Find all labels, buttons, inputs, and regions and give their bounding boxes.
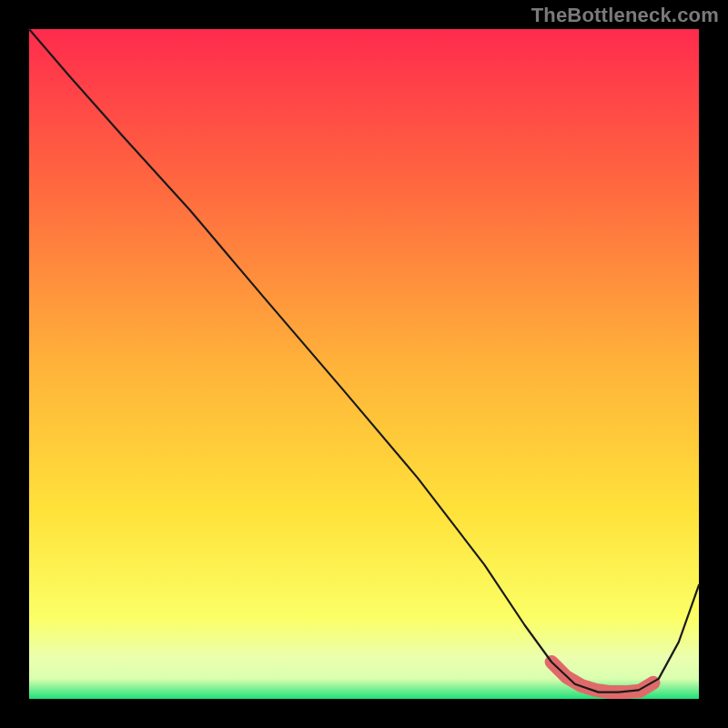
plot-area [29, 29, 699, 699]
chart-stage: TheBottleneck.com [0, 0, 728, 728]
watermark-text: TheBottleneck.com [531, 4, 719, 27]
chart-svg [0, 0, 728, 728]
